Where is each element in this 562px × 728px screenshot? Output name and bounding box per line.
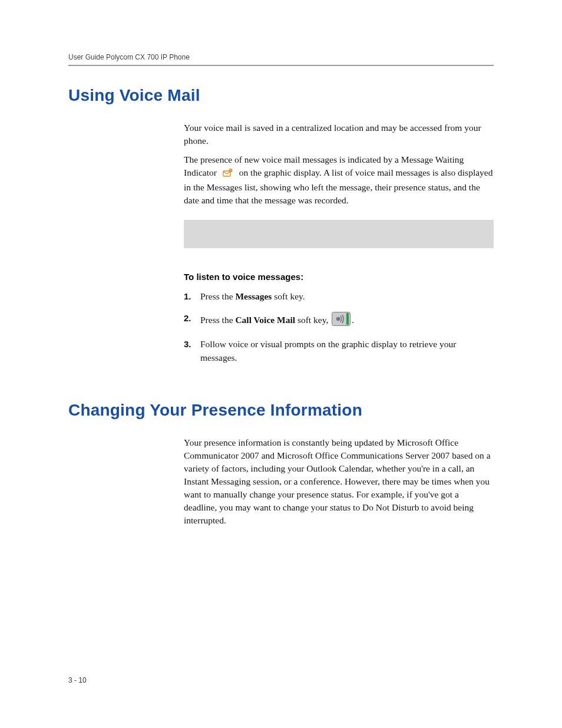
step-item: Follow voice or visual prompts on the gr… bbox=[184, 338, 494, 364]
note-box bbox=[184, 220, 494, 248]
heading-changing-presence: Changing Your Presence Information bbox=[68, 401, 494, 420]
subheading-listen: To listen to voice messages: bbox=[184, 271, 494, 283]
header-rule bbox=[68, 65, 494, 66]
section2: Changing Your Presence Information Your … bbox=[68, 401, 494, 527]
svg-point-1 bbox=[229, 169, 232, 172]
bold-label: Messages bbox=[235, 291, 272, 301]
page-number: 3 - 10 bbox=[68, 676, 87, 684]
svg-point-4 bbox=[336, 317, 340, 321]
section2-body: Your presence information is constantly … bbox=[184, 436, 494, 527]
document-page: User Guide Polycom CX 700 IP Phone Using… bbox=[0, 0, 562, 728]
step-item: Press the Call Voice Mail soft key, . bbox=[184, 312, 494, 330]
steps-list: Press the Messages soft key. Press the C… bbox=[184, 290, 494, 364]
text-fragment: soft key, bbox=[295, 315, 328, 325]
running-header: User Guide Polycom CX 700 IP Phone bbox=[68, 53, 494, 61]
text-fragment: soft key. bbox=[272, 291, 305, 301]
text-fragment: Press the bbox=[200, 315, 235, 325]
heading-using-voice-mail: Using Voice Mail bbox=[68, 86, 494, 105]
text-fragment: Press the bbox=[200, 291, 235, 301]
text-fragment: . bbox=[352, 315, 354, 325]
bold-label: Call Voice Mail bbox=[235, 315, 295, 325]
message-waiting-indicator-icon bbox=[223, 168, 233, 181]
call-voicemail-softkey-icon bbox=[332, 312, 351, 330]
paragraph: The presence of new voice mail messages … bbox=[184, 153, 494, 207]
section1-body: Your voice mail is saved in a centralize… bbox=[184, 121, 494, 364]
step-item: Press the Messages soft key. bbox=[184, 290, 494, 303]
paragraph: Your presence information is constantly … bbox=[184, 436, 494, 527]
svg-rect-3 bbox=[346, 313, 349, 325]
paragraph: Your voice mail is saved in a centralize… bbox=[184, 121, 494, 147]
text-fragment: Follow voice or visual prompts on the gr… bbox=[200, 339, 456, 362]
